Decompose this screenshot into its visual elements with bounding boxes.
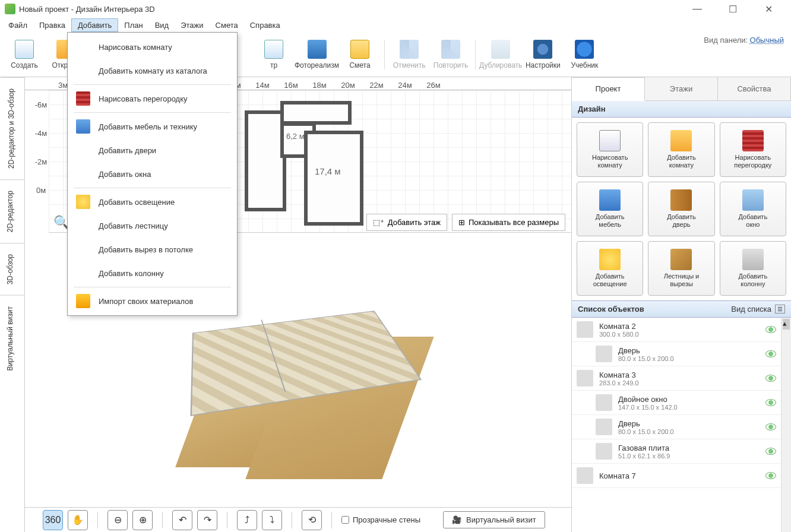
dropdown-item[interactable]: Импорт своих материалов	[68, 289, 237, 313]
box3d-icon	[577, 370, 593, 387]
zoom-out-button[interactable]: ⊖	[107, 510, 128, 530]
object-item[interactable]: Комната 2300.0 x 580.0	[572, 318, 781, 342]
photoreal-button[interactable]: Фотореализм	[295, 33, 339, 76]
panel-mode-link[interactable]: Обычный	[750, 36, 784, 45]
object-item[interactable]: Комната 3283.0 x 249.0	[572, 366, 781, 391]
left-tabs: 2D-редактор и 3D-обзор 2D-редактор 3D-об…	[0, 77, 25, 532]
menu-floors[interactable]: Этажи	[175, 19, 209, 31]
right-panel: Проект Этажи Свойства Дизайн Нарисоватьк…	[571, 77, 791, 532]
import-icon	[76, 294, 90, 308]
zoom-in-button[interactable]: ⊕	[132, 510, 153, 530]
object-list[interactable]: Комната 2300.0 x 580.0Дверь80.0 x 15.0 x…	[572, 318, 781, 532]
menu-estimate[interactable]: Смета	[210, 19, 244, 31]
tab-2d[interactable]: 2D-редактор	[0, 179, 24, 243]
duplicate-button[interactable]: Дублировать	[479, 33, 522, 76]
dropdown-item[interactable]: Добавить мебель и технику	[68, 115, 237, 138]
design-column-button[interactable]: Добавитьколонну	[720, 241, 786, 296]
dropdown-item[interactable]: Добавить освещение	[68, 190, 237, 214]
object-item[interactable]: Комната 7	[572, 464, 781, 488]
reset-view-button[interactable]: ⟲	[302, 510, 322, 530]
show-dims-button[interactable]: ⊞Показывать все размеры	[452, 214, 565, 231]
visibility-toggle[interactable]	[765, 472, 776, 479]
visibility-toggle[interactable]	[765, 399, 776, 406]
settings-button[interactable]: Настройки	[522, 33, 564, 76]
object-item[interactable]: Дверь80.0 x 15.0 x 200.0	[572, 415, 781, 439]
add-floor-button[interactable]: ⬚⁺Добавить этаж	[366, 214, 447, 231]
dropdown-item[interactable]: Добавить комнату из каталога	[68, 59, 237, 83]
design-wall-button[interactable]: Нарисоватьперегородку	[720, 122, 786, 177]
tab-properties[interactable]: Свойства	[718, 77, 791, 100]
add-dropdown-menu: Нарисовать комнатуДобавить комнату из ка…	[67, 32, 238, 316]
design-stairs-button[interactable]: Лестницы ивырезы	[648, 241, 714, 296]
menu-file[interactable]: Файл	[2, 19, 33, 31]
dropdown-item[interactable]: Добавить окна	[68, 162, 237, 186]
room-label-2: 17,4 м	[315, 166, 341, 176]
design-header: Дизайн	[572, 101, 791, 118]
dropdown-item[interactable]: Добавить вырез в потолке	[68, 238, 237, 261]
dropdown-item[interactable]: Нарисовать перегородку	[68, 87, 237, 110]
design-window-button[interactable]: Добавитьокно	[720, 182, 786, 236]
virtual-visit-button[interactable]: 🎥Виртуальный визит	[443, 511, 545, 528]
tab-floors[interactable]: Этажи	[645, 77, 718, 100]
list-mode-icon[interactable]: ☰	[775, 305, 785, 314]
pan-button[interactable]: ✋	[68, 510, 88, 530]
object-item[interactable]: Газовая плита51.0 x 62.1 x 86.9	[572, 439, 781, 464]
maximize-button[interactable]: ☐	[721, 4, 745, 15]
transparent-walls-checkbox[interactable]: Прозрачные стены	[341, 515, 420, 524]
rotate-ccw-button[interactable]: ↶	[172, 510, 192, 530]
menubar: Файл Правка Добавить План Вид Этажи Смет…	[0, 18, 791, 32]
dims-icon: ⊞	[458, 218, 465, 227]
column-icon	[742, 249, 764, 270]
design-door-button[interactable]: Добавитьдверь	[648, 182, 714, 236]
tab-project[interactable]: Проект	[572, 77, 645, 101]
window-icon	[596, 394, 612, 411]
tab-virtual[interactable]: Виртуальный визит	[0, 295, 24, 382]
room-label-1: 6,2 м	[286, 132, 305, 141]
visibility-toggle[interactable]	[765, 448, 776, 455]
redo-button[interactable]: Повторить	[430, 33, 472, 76]
menu-help[interactable]: Справка	[244, 19, 286, 31]
dropdown-item[interactable]: Добавить двери	[68, 138, 237, 162]
objlist-mode-label: Вид списка	[731, 305, 771, 314]
rotate-cw-button[interactable]: ↷	[197, 510, 217, 530]
door-icon	[596, 419, 612, 435]
visibility-toggle[interactable]	[765, 423, 776, 430]
design-bulb-button[interactable]: Добавитьосвещение	[577, 241, 643, 296]
floorplan-2d[interactable]: 6,2 м 17,4 м	[245, 101, 363, 226]
center-button[interactable]: тр	[253, 33, 295, 76]
design-addroom-button[interactable]: Добавитькомнату	[648, 122, 714, 177]
dropdown-item[interactable]: Нарисовать комнату	[68, 35, 237, 59]
scrollbar[interactable]: ▴	[781, 318, 791, 532]
visibility-toggle[interactable]	[765, 375, 776, 382]
menu-view[interactable]: Вид	[149, 19, 175, 31]
close-button[interactable]: ✕	[757, 4, 780, 15]
create-button[interactable]: Создать	[4, 33, 45, 76]
dropdown-item[interactable]: Добавить колонну	[68, 261, 237, 285]
design-chair-button[interactable]: Добавитьмебель	[577, 182, 643, 236]
visibility-toggle[interactable]	[765, 350, 776, 357]
undo-button[interactable]: Отменить	[388, 33, 430, 76]
visibility-toggle[interactable]	[765, 326, 776, 333]
minimize-button[interactable]: —	[685, 4, 709, 15]
bottombar-3d: 360 ✋ ⊖ ⊕ ↶ ↷ ⤴ ⤵ ⟲ Прозрачные стены 🎥Ви…	[25, 507, 571, 532]
bulb-icon	[76, 195, 90, 209]
tilt-down-button[interactable]: ⤵	[262, 510, 282, 530]
tab-3d[interactable]: 3D-обзор	[0, 243, 24, 295]
dropdown-item[interactable]: Добавить лестницу	[68, 214, 237, 238]
objlist-header: Список объектов	[578, 305, 644, 314]
object-item[interactable]: Дверь80.0 x 15.0 x 200.0	[572, 342, 781, 366]
menu-plan[interactable]: План	[118, 19, 148, 31]
tutorial-button[interactable]: Учебник	[564, 33, 605, 76]
estimate-button[interactable]: Смета	[339, 33, 381, 76]
object-item[interactable]: Двойное окно147.0 x 15.0 x 142.0	[572, 391, 781, 415]
tilt-up-button[interactable]: ⤴	[237, 510, 257, 530]
design-room-button[interactable]: Нарисоватькомнату	[577, 122, 643, 177]
chair-icon	[76, 119, 90, 134]
tab-2d-3d[interactable]: 2D-редактор и 3D-обзор	[0, 77, 24, 179]
menu-edit[interactable]: Правка	[33, 19, 71, 31]
room-icon	[599, 130, 621, 151]
app-icon	[5, 4, 15, 14]
blank-icon	[76, 143, 90, 157]
menu-add[interactable]: Добавить	[71, 18, 118, 32]
orbit-360-button[interactable]: 360	[43, 510, 63, 530]
